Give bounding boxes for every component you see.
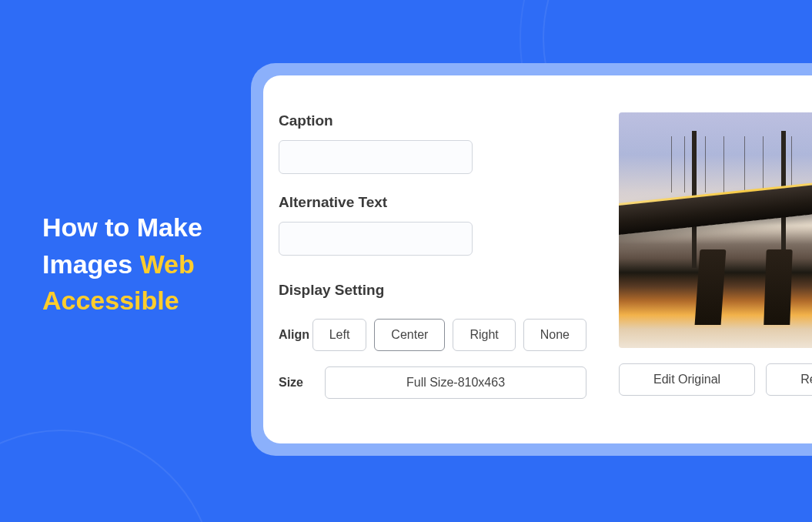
align-row: Align Left Center Right None (279, 319, 586, 351)
bridge-cable (684, 136, 685, 192)
alt-text-label: Alternative Text (279, 194, 586, 211)
headline-line3-accent: Accessible (42, 286, 179, 315)
bridge-cable (705, 136, 706, 192)
bridge-cable (791, 136, 792, 192)
size-row: Size Full Size-810x463 (279, 366, 586, 399)
headline-line2-plain: Images (42, 249, 140, 279)
replace-button[interactable]: Replace (766, 363, 812, 396)
align-right-button[interactable]: Right (453, 319, 515, 351)
headline-line2-accent: Web (140, 249, 195, 279)
headline-line1: How to Make (42, 212, 202, 242)
align-label: Align (279, 328, 312, 342)
editor-panel: Caption Alternative Text Display Setting… (263, 75, 812, 443)
size-label: Size (279, 376, 325, 390)
bridge-cable (763, 136, 764, 192)
alt-text-input[interactable] (279, 222, 473, 256)
caption-input[interactable] (279, 140, 473, 174)
form-column: Caption Alternative Text Display Setting… (279, 112, 586, 416)
edit-original-button[interactable]: Edit Original (619, 363, 755, 396)
image-actions: Edit Original Replace (619, 363, 812, 396)
bridge-cable (723, 136, 724, 192)
page-headline: How to Make Images Web Accessible (42, 209, 258, 320)
bridge-cable (744, 136, 745, 192)
bridge-pier (764, 249, 793, 325)
bridge-cable (671, 136, 672, 192)
image-column: Edit Original Replace (619, 112, 812, 416)
bridge-pier (695, 249, 727, 325)
align-center-button[interactable]: Center (374, 319, 445, 351)
caption-label: Caption (279, 112, 586, 129)
image-preview[interactable] (619, 112, 812, 348)
size-select[interactable]: Full Size-810x463 (325, 366, 586, 399)
display-setting-label: Display Setting (279, 282, 586, 299)
align-left-button[interactable]: Left (312, 319, 367, 351)
editor-panel-frame: Caption Alternative Text Display Setting… (251, 63, 812, 456)
align-none-button[interactable]: None (523, 319, 586, 351)
decorative-arc (0, 430, 216, 522)
align-options: Left Center Right None (312, 319, 586, 351)
